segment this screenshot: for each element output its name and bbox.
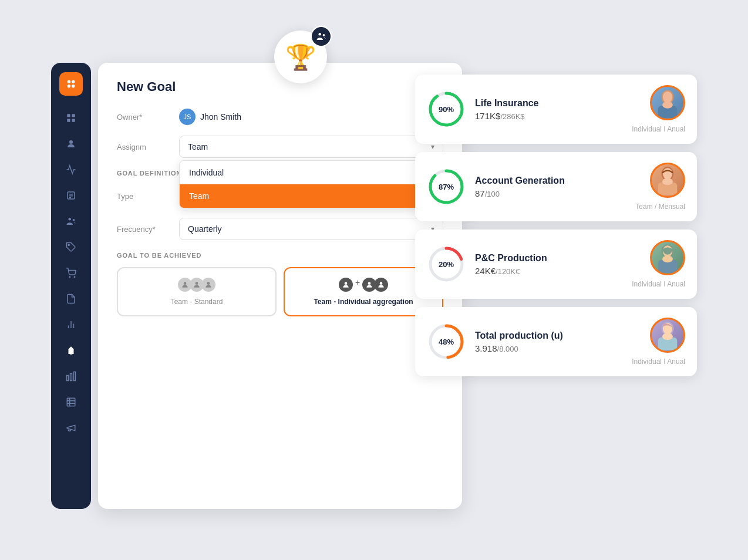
sidebar-item-analytics[interactable] (60, 314, 82, 335)
dropdown-item-individual[interactable]: Individual (180, 161, 443, 184)
svg-rect-22 (70, 374, 72, 381)
svg-point-2 (68, 85, 71, 88)
svg-point-13 (69, 218, 72, 221)
user-avatar-3 (650, 240, 685, 275)
logo-icon (65, 77, 78, 90)
assignment-dropdown-menu: Individual Team (179, 160, 443, 208)
svg-point-14 (73, 219, 75, 221)
svg-point-35 (380, 282, 383, 285)
type-label: Type (117, 192, 170, 201)
svg-point-8 (69, 140, 73, 144)
sidebar (51, 63, 91, 509)
svg-point-30 (184, 282, 187, 285)
svg-rect-4 (67, 114, 70, 117)
frequency-dropdown-wrapper: Quarterly ▾ (179, 218, 443, 240)
goal-results-panel: 90% Life Insurance 171K$/286K$ Indiv (415, 75, 697, 376)
team-badge (311, 26, 332, 47)
user-avatar-2 (650, 163, 685, 198)
owner-name: Jhon Smith (200, 112, 241, 122)
assignment-row: Assignm Team ▾ Individual Team (117, 136, 443, 158)
goal-title-4: Total production (u) (475, 330, 622, 341)
assignment-value: Team (188, 142, 208, 151)
sidebar-item-team[interactable] (60, 211, 82, 232)
goal-value-3: 24K€/120K€ (475, 266, 622, 276)
progress-label-4: 48% (427, 322, 466, 361)
sidebar-item-tags[interactable] (60, 237, 82, 258)
trophy-icon: 🏆 (285, 43, 316, 72)
svg-rect-7 (72, 119, 75, 122)
svg-point-31 (196, 282, 198, 285)
svg-rect-6 (67, 119, 70, 122)
owner-field: JS Jhon Smith (179, 109, 241, 125)
frequency-select[interactable]: Quarterly ▾ (179, 218, 443, 240)
sidebar-item-contacts[interactable] (60, 133, 82, 154)
svg-rect-21 (67, 376, 69, 381)
sidebar-item-activity[interactable] (60, 159, 82, 180)
progress-life-insurance: 90% (427, 90, 466, 129)
goal-meta-2: Team / Mensual (635, 203, 685, 211)
svg-point-45 (663, 168, 672, 179)
svg-point-28 (319, 33, 322, 36)
goal-card-total-prod: 48% Total production (u) 3.918/8.000 (415, 307, 697, 376)
assignment-dropdown-wrapper: Team ▾ Individual Team (179, 136, 443, 158)
team-individual-label: Team - Individual aggregation (314, 298, 413, 306)
new-goal-card: 🏆 New Goal Owner* JS Jhon Smith Assignm (98, 63, 462, 509)
sidebar-item-reports[interactable] (60, 185, 82, 206)
goal-achieved-header: GOAL TO BE ACHIEVED (117, 252, 443, 259)
team-standard-label: Team - Standard (171, 298, 223, 306)
svg-point-53 (662, 255, 673, 262)
svg-point-33 (345, 282, 348, 285)
goal-value-1: 171K$/286K$ (475, 111, 622, 121)
goal-info-4: Total production (u) 3.918/8.000 (475, 330, 622, 353)
goal-card-account-gen: 87% Account Generation 87/100 (415, 152, 697, 221)
goal-info-3: P&C Production 24K€/120K€ (475, 253, 622, 276)
svg-point-39 (663, 92, 672, 103)
goal-meta-4: Individual I Anual (632, 357, 685, 366)
goal-meta-1: Individual I Anual (632, 125, 685, 133)
user-avatar-4 (650, 318, 685, 353)
progress-label-3: 20% (427, 245, 466, 284)
goal-title-3: P&C Production (475, 253, 622, 264)
svg-point-29 (323, 34, 325, 36)
svg-point-15 (68, 244, 69, 245)
svg-rect-5 (72, 114, 75, 117)
frequency-label: Frecuency* (117, 225, 170, 234)
owner-label: Owner* (117, 113, 170, 122)
owner-avatar: JS (179, 109, 196, 125)
svg-point-0 (68, 80, 71, 84)
progress-total-prod: 48% (427, 322, 466, 361)
team-standard-icons (178, 278, 215, 292)
goal-card-team-standard[interactable]: Team - Standard (117, 267, 277, 316)
progress-label-1: 90% (427, 90, 466, 129)
svg-point-34 (368, 282, 371, 285)
svg-point-1 (72, 80, 75, 84)
frequency-value: Quarterly (188, 224, 222, 234)
sidebar-logo[interactable] (59, 72, 83, 96)
trophy-float-container: 🏆 (274, 31, 327, 83)
frequency-row: Frecuency* Quarterly ▾ (117, 218, 443, 240)
assignment-select[interactable]: Team ▾ (179, 136, 443, 158)
svg-point-16 (69, 276, 70, 278)
team-badge-icon (316, 31, 326, 42)
progress-pc-prod: 20% (427, 245, 466, 284)
svg-point-32 (207, 282, 210, 285)
sidebar-item-sales[interactable] (60, 262, 82, 284)
dropdown-item-team[interactable]: Team (180, 184, 443, 208)
svg-rect-23 (74, 372, 76, 381)
goal-meta-3: Individual I Anual (632, 280, 685, 288)
sidebar-item-stats[interactable] (60, 366, 82, 387)
goal-title-2: Account Generation (475, 176, 626, 186)
svg-rect-24 (67, 398, 75, 406)
svg-point-17 (74, 276, 75, 278)
goal-card-pc-production: 20% P&C Production 24K€/120K€ (415, 230, 697, 299)
svg-point-3 (72, 85, 75, 88)
sidebar-item-dashboard[interactable] (60, 107, 82, 129)
sidebar-item-documents[interactable] (60, 288, 82, 309)
goal-value-2: 87/100 (475, 188, 626, 198)
sidebar-item-marketing[interactable] (60, 417, 82, 438)
sidebar-item-table[interactable] (60, 392, 82, 413)
team-individual-icons: + (339, 278, 388, 292)
sidebar-item-goals[interactable] (60, 340, 82, 361)
goal-info-1: Life Insurance 171K$/286K$ (475, 98, 622, 121)
assignment-label: Assignm (117, 143, 170, 151)
